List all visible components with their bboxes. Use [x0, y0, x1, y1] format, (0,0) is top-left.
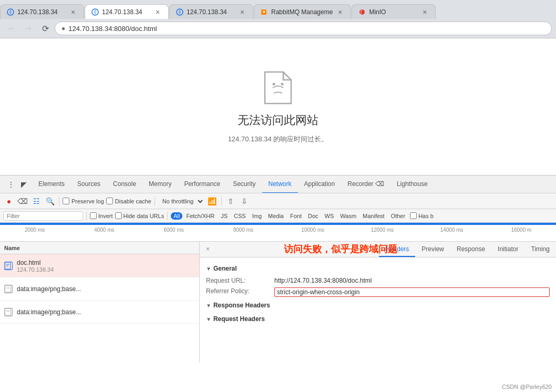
timeline-label-6: 12000 ms	[347, 227, 417, 233]
hide-data-urls-checkbox[interactable]: Hide data URLs	[115, 212, 164, 219]
filter-type-all[interactable]: All	[171, 212, 182, 220]
devtools-tab-memory[interactable]: Memory	[142, 176, 178, 193]
request-item-info-doc: doc.html 124.70.138.34	[17, 259, 195, 273]
filter-type-img[interactable]: Img	[250, 212, 264, 220]
disable-cache-checkbox[interactable]: Disable cache	[106, 198, 151, 204]
toolbar-sep-3	[221, 197, 222, 206]
devtools-menu-icon[interactable]: ⋮	[4, 180, 18, 189]
devtools-tab-elements[interactable]: Elements	[32, 176, 71, 193]
name-column-header: Name	[4, 245, 20, 251]
devtools-tab-security[interactable]: Security	[226, 176, 262, 193]
filter-type-other[interactable]: Other	[388, 212, 408, 220]
request-details: 访问失败，似乎是跨域问题 × Headers Preview Response …	[200, 242, 556, 363]
referrer-policy-label: Referrer Policy:	[206, 287, 274, 297]
request-item-img-1[interactable]: data:image/png;base...	[0, 277, 199, 301]
timeline-label-7: 14000 ms	[417, 227, 487, 233]
tab-close-4[interactable]: ×	[336, 8, 344, 16]
timeline-label-1: 2000 ms	[0, 227, 69, 233]
timeline-label-5: 10000 ms	[278, 227, 347, 233]
request-url-row: Request URL: http://124.70.138.34:8080/d…	[206, 275, 550, 286]
error-icon	[262, 69, 294, 106]
filter-input[interactable]	[3, 211, 83, 221]
details-tab-initiator[interactable]: Initiator	[491, 242, 524, 257]
svg-rect-4	[263, 11, 265, 13]
details-close-button[interactable]: ×	[200, 242, 216, 257]
sources-tab-label: Sources	[77, 180, 100, 188]
has-blocked-checkbox[interactable]: Has b	[410, 212, 434, 219]
response-headers-arrow: ▼	[206, 303, 211, 308]
details-tab-response[interactable]: Response	[450, 242, 491, 257]
devtools-tab-lighthouse[interactable]: Lighthouse	[390, 176, 434, 193]
filter-type-js[interactable]: JS	[218, 212, 230, 220]
devtools-tab-bar: ⋮ ◤ Elements Sources Console Memory Perf…	[0, 176, 556, 193]
invert-checkbox[interactable]: Invert	[90, 212, 113, 219]
browser-tab-1[interactable]: 124.70.138.34 ×	[0, 4, 84, 19]
filter-type-font[interactable]: Font	[287, 212, 304, 220]
filter-type-media[interactable]: Media	[265, 212, 286, 220]
details-tab-headers[interactable]: Headers	[379, 242, 415, 257]
filter-type-doc[interactable]: Doc	[305, 212, 321, 220]
details-tab-timing[interactable]: Timing	[524, 242, 556, 257]
request-url-label: Request URL:	[206, 277, 274, 284]
devtools-panel: ⋮ ◤ Elements Sources Console Memory Perf…	[0, 175, 556, 363]
performance-tab-label: Performance	[184, 180, 220, 188]
tab-close-1[interactable]: ×	[69, 8, 77, 16]
tab-title-1: 124.70.138.34	[17, 8, 66, 16]
throttle-select[interactable]: No throttling	[158, 195, 204, 207]
devtools-tab-application[interactable]: Application	[298, 176, 342, 193]
browser-tab-2[interactable]: 124.70.138.34 ×	[85, 4, 169, 19]
browser-tab-5[interactable]: ʃ MinIO ×	[352, 4, 436, 19]
search-button[interactable]: 🔍	[44, 195, 56, 207]
browser-tab-3[interactable]: 124.70.138.34 ×	[169, 4, 253, 19]
devtools-tab-console[interactable]: Console	[107, 176, 142, 193]
url-lock-icon: ●	[61, 25, 65, 32]
referrer-policy-row: Referrer Policy: strict-origin-when-cros…	[206, 286, 550, 298]
request-item-url-doc: 124.70.138.34	[17, 266, 195, 273]
request-headers-section-header[interactable]: ▼ Request Headers	[206, 312, 550, 326]
elements-tab-label: Elements	[38, 180, 65, 188]
tab-title-5: MinIO	[369, 8, 417, 16]
filter-bar: Invert Hide data URLs All Fetch/XHR JS C…	[0, 209, 556, 223]
request-item-icon-doc	[4, 262, 13, 270]
filter-type-wasm[interactable]: Wasm	[337, 212, 359, 220]
tab-favicon-1	[7, 8, 14, 16]
upload-icon-button[interactable]: ⇧	[225, 195, 236, 207]
clear-button[interactable]: ⌫	[17, 195, 28, 207]
back-button[interactable]: ←	[4, 21, 19, 36]
filter-type-manifest[interactable]: Manifest	[360, 212, 387, 220]
svg-point-7	[273, 83, 275, 86]
filter-sep-2	[167, 212, 168, 220]
tab-close-5[interactable]: ×	[420, 8, 429, 16]
forward-button[interactable]: →	[21, 21, 36, 36]
devtools-tab-network[interactable]: Network	[262, 176, 298, 193]
details-tab-preview[interactable]: Preview	[415, 242, 450, 257]
devtools-tab-recorder[interactable]: Recorder ⌫	[341, 176, 390, 193]
general-section-header[interactable]: ▼ General	[206, 262, 550, 275]
request-item-doc-html[interactable]: doc.html 124.70.138.34	[0, 254, 199, 277]
tab-close-2[interactable]: ×	[153, 8, 162, 16]
request-url-value: http://124.70.138.34:8080/doc.html	[274, 277, 550, 284]
filter-type-fetch[interactable]: Fetch/XHR	[183, 212, 217, 220]
filter-icon-button[interactable]: ☷	[30, 195, 42, 207]
filter-type-css[interactable]: CSS	[231, 212, 249, 220]
request-item-img-2[interactable]: data:image/png;base...	[0, 301, 199, 324]
application-tab-label: Application	[304, 180, 335, 188]
url-bar[interactable]: ● 124.70.138.34:8080/doc.html	[55, 22, 552, 35]
devtools-tab-performance[interactable]: Performance	[178, 176, 226, 193]
general-section-arrow: ▼	[206, 266, 211, 272]
devtools-inspect-icon[interactable]: ◤	[18, 180, 30, 189]
response-headers-section-header[interactable]: ▼ Response Headers	[206, 298, 550, 312]
record-button[interactable]: ●	[3, 195, 15, 207]
recorder-tab-label: Recorder ⌫	[347, 180, 384, 188]
request-item-info-img-2: data:image/png;base...	[17, 308, 195, 316]
download-icon-button[interactable]: ⇩	[239, 195, 250, 207]
request-headers-arrow: ▼	[206, 316, 211, 322]
filter-type-ws[interactable]: WS	[322, 212, 337, 220]
browser-tab-4[interactable]: RabbitMQ Manageme ×	[254, 4, 351, 19]
request-item-icon-img-1	[4, 285, 13, 293]
tab-close-3[interactable]: ×	[238, 8, 246, 16]
preserve-log-checkbox[interactable]: Preserve log	[63, 198, 104, 204]
devtools-tab-sources[interactable]: Sources	[71, 176, 107, 193]
reload-button[interactable]: ⟳	[38, 21, 53, 36]
wifi-icon-button[interactable]: 📶	[207, 195, 218, 207]
